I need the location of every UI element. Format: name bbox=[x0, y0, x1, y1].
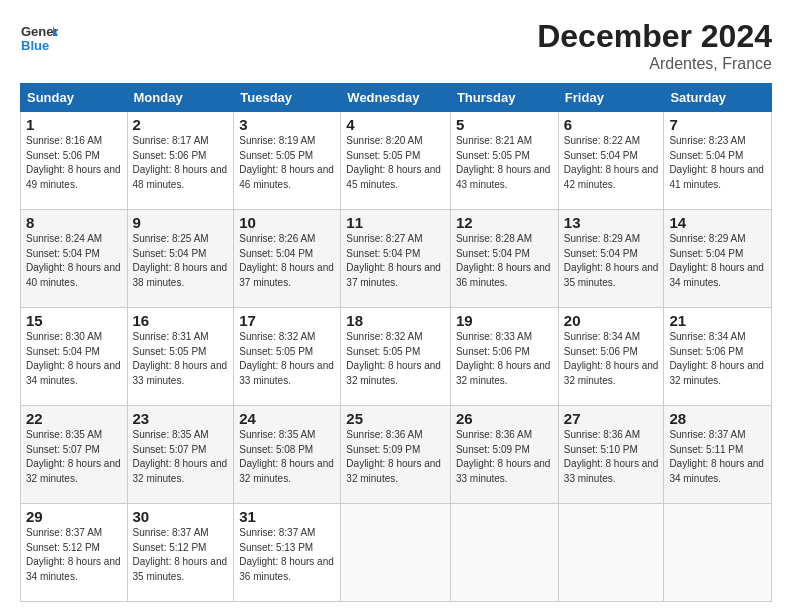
table-row: 11Sunrise: 8:27 AMSunset: 5:04 PMDayligh… bbox=[341, 210, 451, 308]
day-info: Sunrise: 8:36 AMSunset: 5:10 PMDaylight:… bbox=[564, 428, 659, 486]
table-row: 26Sunrise: 8:36 AMSunset: 5:09 PMDayligh… bbox=[450, 406, 558, 504]
col-monday: Monday bbox=[127, 84, 234, 112]
day-info: Sunrise: 8:27 AMSunset: 5:04 PMDaylight:… bbox=[346, 232, 445, 290]
day-number: 19 bbox=[456, 312, 553, 329]
day-info: Sunrise: 8:20 AMSunset: 5:05 PMDaylight:… bbox=[346, 134, 445, 192]
day-number: 16 bbox=[133, 312, 229, 329]
day-number: 25 bbox=[346, 410, 445, 427]
col-friday: Friday bbox=[558, 84, 664, 112]
day-info: Sunrise: 8:35 AMSunset: 5:08 PMDaylight:… bbox=[239, 428, 335, 486]
day-info: Sunrise: 8:32 AMSunset: 5:05 PMDaylight:… bbox=[239, 330, 335, 388]
day-number: 1 bbox=[26, 116, 122, 133]
day-number: 20 bbox=[564, 312, 659, 329]
table-row: 1Sunrise: 8:16 AMSunset: 5:06 PMDaylight… bbox=[21, 112, 128, 210]
table-row bbox=[341, 504, 451, 602]
day-number: 22 bbox=[26, 410, 122, 427]
day-number: 18 bbox=[346, 312, 445, 329]
day-info: Sunrise: 8:17 AMSunset: 5:06 PMDaylight:… bbox=[133, 134, 229, 192]
day-number: 26 bbox=[456, 410, 553, 427]
table-row: 20Sunrise: 8:34 AMSunset: 5:06 PMDayligh… bbox=[558, 308, 664, 406]
table-row: 9Sunrise: 8:25 AMSunset: 5:04 PMDaylight… bbox=[127, 210, 234, 308]
calendar-week-row: 1Sunrise: 8:16 AMSunset: 5:06 PMDaylight… bbox=[21, 112, 772, 210]
day-info: Sunrise: 8:24 AMSunset: 5:04 PMDaylight:… bbox=[26, 232, 122, 290]
logo: General Blue bbox=[20, 18, 58, 56]
day-number: 9 bbox=[133, 214, 229, 231]
table-row: 12Sunrise: 8:28 AMSunset: 5:04 PMDayligh… bbox=[450, 210, 558, 308]
svg-text:General: General bbox=[21, 24, 58, 39]
day-info: Sunrise: 8:37 AMSunset: 5:13 PMDaylight:… bbox=[239, 526, 335, 584]
calendar-page: General Blue December 2024 Ardentes, Fra… bbox=[0, 0, 792, 612]
day-info: Sunrise: 8:31 AMSunset: 5:05 PMDaylight:… bbox=[133, 330, 229, 388]
title-block: December 2024 Ardentes, France bbox=[537, 18, 772, 73]
table-row: 23Sunrise: 8:35 AMSunset: 5:07 PMDayligh… bbox=[127, 406, 234, 504]
calendar-week-row: 8Sunrise: 8:24 AMSunset: 5:04 PMDaylight… bbox=[21, 210, 772, 308]
day-info: Sunrise: 8:30 AMSunset: 5:04 PMDaylight:… bbox=[26, 330, 122, 388]
day-info: Sunrise: 8:36 AMSunset: 5:09 PMDaylight:… bbox=[346, 428, 445, 486]
day-info: Sunrise: 8:37 AMSunset: 5:12 PMDaylight:… bbox=[26, 526, 122, 584]
calendar-week-row: 15Sunrise: 8:30 AMSunset: 5:04 PMDayligh… bbox=[21, 308, 772, 406]
table-row: 7Sunrise: 8:23 AMSunset: 5:04 PMDaylight… bbox=[664, 112, 772, 210]
day-number: 24 bbox=[239, 410, 335, 427]
day-info: Sunrise: 8:36 AMSunset: 5:09 PMDaylight:… bbox=[456, 428, 553, 486]
table-row: 14Sunrise: 8:29 AMSunset: 5:04 PMDayligh… bbox=[664, 210, 772, 308]
day-info: Sunrise: 8:26 AMSunset: 5:04 PMDaylight:… bbox=[239, 232, 335, 290]
table-row: 3Sunrise: 8:19 AMSunset: 5:05 PMDaylight… bbox=[234, 112, 341, 210]
table-row bbox=[664, 504, 772, 602]
table-row: 15Sunrise: 8:30 AMSunset: 5:04 PMDayligh… bbox=[21, 308, 128, 406]
day-info: Sunrise: 8:22 AMSunset: 5:04 PMDaylight:… bbox=[564, 134, 659, 192]
day-info: Sunrise: 8:29 AMSunset: 5:04 PMDaylight:… bbox=[669, 232, 766, 290]
table-row: 10Sunrise: 8:26 AMSunset: 5:04 PMDayligh… bbox=[234, 210, 341, 308]
table-row: 22Sunrise: 8:35 AMSunset: 5:07 PMDayligh… bbox=[21, 406, 128, 504]
day-number: 12 bbox=[456, 214, 553, 231]
table-row: 21Sunrise: 8:34 AMSunset: 5:06 PMDayligh… bbox=[664, 308, 772, 406]
table-row: 24Sunrise: 8:35 AMSunset: 5:08 PMDayligh… bbox=[234, 406, 341, 504]
day-number: 31 bbox=[239, 508, 335, 525]
page-header: General Blue December 2024 Ardentes, Fra… bbox=[20, 18, 772, 73]
table-row: 16Sunrise: 8:31 AMSunset: 5:05 PMDayligh… bbox=[127, 308, 234, 406]
table-row: 2Sunrise: 8:17 AMSunset: 5:06 PMDaylight… bbox=[127, 112, 234, 210]
calendar-week-row: 29Sunrise: 8:37 AMSunset: 5:12 PMDayligh… bbox=[21, 504, 772, 602]
day-info: Sunrise: 8:19 AMSunset: 5:05 PMDaylight:… bbox=[239, 134, 335, 192]
table-row bbox=[450, 504, 558, 602]
calendar-table: Sunday Monday Tuesday Wednesday Thursday… bbox=[20, 83, 772, 602]
table-row: 25Sunrise: 8:36 AMSunset: 5:09 PMDayligh… bbox=[341, 406, 451, 504]
day-number: 28 bbox=[669, 410, 766, 427]
day-info: Sunrise: 8:35 AMSunset: 5:07 PMDaylight:… bbox=[133, 428, 229, 486]
day-info: Sunrise: 8:35 AMSunset: 5:07 PMDaylight:… bbox=[26, 428, 122, 486]
day-info: Sunrise: 8:16 AMSunset: 5:06 PMDaylight:… bbox=[26, 134, 122, 192]
table-row: 4Sunrise: 8:20 AMSunset: 5:05 PMDaylight… bbox=[341, 112, 451, 210]
table-row: 5Sunrise: 8:21 AMSunset: 5:05 PMDaylight… bbox=[450, 112, 558, 210]
table-row: 27Sunrise: 8:36 AMSunset: 5:10 PMDayligh… bbox=[558, 406, 664, 504]
day-info: Sunrise: 8:23 AMSunset: 5:04 PMDaylight:… bbox=[669, 134, 766, 192]
table-row: 8Sunrise: 8:24 AMSunset: 5:04 PMDaylight… bbox=[21, 210, 128, 308]
day-number: 30 bbox=[133, 508, 229, 525]
col-tuesday: Tuesday bbox=[234, 84, 341, 112]
day-number: 4 bbox=[346, 116, 445, 133]
col-sunday: Sunday bbox=[21, 84, 128, 112]
day-number: 17 bbox=[239, 312, 335, 329]
logo-icon: General Blue bbox=[20, 18, 58, 56]
table-row: 6Sunrise: 8:22 AMSunset: 5:04 PMDaylight… bbox=[558, 112, 664, 210]
day-info: Sunrise: 8:25 AMSunset: 5:04 PMDaylight:… bbox=[133, 232, 229, 290]
table-row: 30Sunrise: 8:37 AMSunset: 5:12 PMDayligh… bbox=[127, 504, 234, 602]
table-row: 18Sunrise: 8:32 AMSunset: 5:05 PMDayligh… bbox=[341, 308, 451, 406]
col-thursday: Thursday bbox=[450, 84, 558, 112]
day-number: 3 bbox=[239, 116, 335, 133]
table-row: 28Sunrise: 8:37 AMSunset: 5:11 PMDayligh… bbox=[664, 406, 772, 504]
col-wednesday: Wednesday bbox=[341, 84, 451, 112]
table-row: 31Sunrise: 8:37 AMSunset: 5:13 PMDayligh… bbox=[234, 504, 341, 602]
day-info: Sunrise: 8:37 AMSunset: 5:12 PMDaylight:… bbox=[133, 526, 229, 584]
table-row bbox=[558, 504, 664, 602]
day-number: 27 bbox=[564, 410, 659, 427]
day-number: 5 bbox=[456, 116, 553, 133]
day-number: 29 bbox=[26, 508, 122, 525]
day-info: Sunrise: 8:33 AMSunset: 5:06 PMDaylight:… bbox=[456, 330, 553, 388]
day-number: 21 bbox=[669, 312, 766, 329]
day-info: Sunrise: 8:21 AMSunset: 5:05 PMDaylight:… bbox=[456, 134, 553, 192]
calendar-header-row: Sunday Monday Tuesday Wednesday Thursday… bbox=[21, 84, 772, 112]
day-number: 8 bbox=[26, 214, 122, 231]
day-info: Sunrise: 8:34 AMSunset: 5:06 PMDaylight:… bbox=[564, 330, 659, 388]
calendar-week-row: 22Sunrise: 8:35 AMSunset: 5:07 PMDayligh… bbox=[21, 406, 772, 504]
svg-text:Blue: Blue bbox=[21, 38, 49, 53]
page-title: December 2024 bbox=[537, 18, 772, 55]
